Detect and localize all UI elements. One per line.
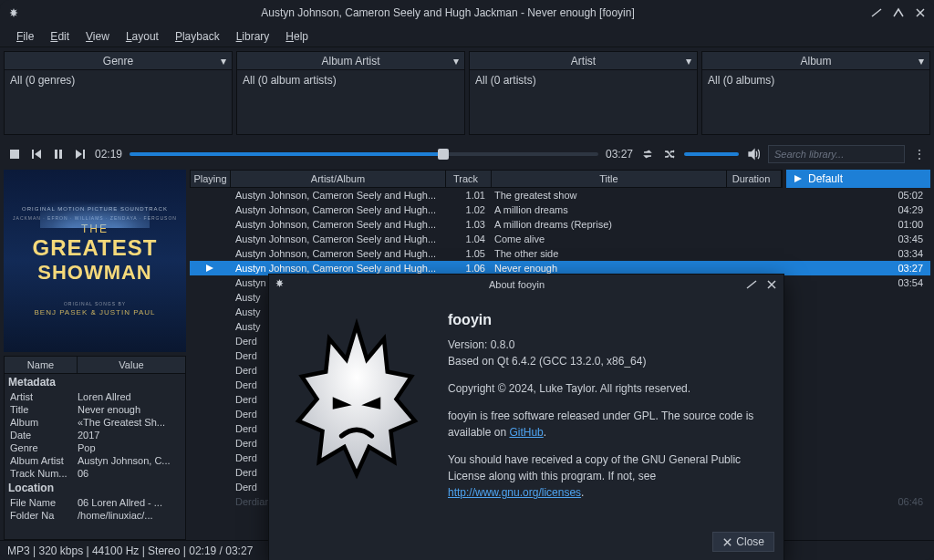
meta-header-value[interactable]: Value — [78, 357, 185, 373]
meta-key: Genre — [10, 442, 78, 453]
track-artist: Austyn Johnson, Cameron Seely and Hugh..… — [230, 233, 445, 244]
chevron-down-icon: ▾ — [686, 55, 691, 67]
chevron-down-icon: ▾ — [221, 55, 226, 67]
titlebar: Austyn Johnson, Cameron Seely and Hugh J… — [0, 0, 934, 26]
meta-row[interactable]: File Name06 Loren Allred - ... — [5, 496, 185, 509]
art-credits-label: ORIGINAL SONGS BY — [64, 301, 126, 306]
filter-label: Album Artist — [321, 55, 379, 67]
menu-view[interactable]: View — [78, 27, 117, 46]
menu-help[interactable]: Help — [278, 27, 316, 46]
maximize-button[interactable] — [892, 6, 905, 19]
track-artist: Austyn Johnson, Cameron Seely and Hugh..… — [230, 248, 445, 259]
close-label: Close — [736, 535, 764, 548]
col-artist[interactable]: Artist/Album — [231, 171, 446, 187]
about-gpl: fooyin is free software released under G… — [448, 408, 769, 441]
track-row[interactable]: Austyn Johnson, Cameron Seely and Hugh..… — [190, 188, 930, 202]
filter-label: Genre — [103, 55, 133, 67]
track-row[interactable]: Austyn Johnson, Cameron Seely and Hugh..… — [190, 202, 930, 217]
seek-bar[interactable] — [130, 152, 598, 156]
shuffle-button[interactable] — [662, 147, 677, 161]
track-row[interactable]: Austyn Johnson, Cameron Seely and Hugh..… — [190, 246, 930, 261]
about-minimize-button[interactable] — [745, 278, 758, 291]
track-duration: 05:02 — [876, 190, 930, 201]
menu-layout[interactable]: Layout — [119, 27, 166, 46]
menu-library[interactable]: Library — [229, 27, 277, 46]
next-button[interactable] — [73, 147, 88, 161]
github-link[interactable]: GitHub — [509, 426, 543, 439]
pause-button[interactable] — [51, 147, 66, 161]
svg-rect-0 — [10, 150, 19, 159]
meta-row[interactable]: Album ArtistAustyn Johnson, C... — [5, 454, 185, 467]
volume-icon[interactable] — [746, 147, 761, 161]
album-art: ORIGINAL MOTION PICTURE SOUNDTRACK JACKM… — [4, 170, 186, 352]
menu-edit[interactable]: Edit — [43, 27, 77, 46]
chevron-down-icon: ▾ — [918, 55, 924, 67]
meta-header-name[interactable]: Name — [5, 357, 78, 373]
track-title: A million dreams (Reprise) — [491, 219, 876, 230]
about-version: Version: 0.8.0 — [448, 337, 769, 353]
about-close-button[interactable]: Close — [712, 532, 774, 552]
track-number: 1.04 — [445, 233, 491, 244]
meta-value: Never enough — [78, 404, 180, 415]
about-close-x[interactable] — [765, 278, 778, 291]
track-number: 1.03 — [445, 219, 491, 230]
meta-value: 06 — [78, 468, 180, 479]
art-line2: SHOWMAN — [37, 261, 152, 285]
volume-slider[interactable] — [684, 152, 739, 156]
meta-row[interactable]: ArtistLoren Allred — [5, 390, 185, 403]
time-elapsed: 02:19 — [95, 148, 122, 161]
meta-value: «The Greatest Sh... — [78, 417, 180, 428]
stop-button[interactable] — [7, 147, 22, 161]
filter-album-artist[interactable]: Album Artist▾All (0 album artists) — [236, 51, 465, 135]
status-text: MP3 | 320 kbps | 44100 Hz | Stereo | 02:… — [7, 544, 253, 557]
filter-value[interactable]: All (0 albums) — [702, 70, 929, 134]
track-number: 1.06 — [445, 263, 491, 274]
meta-row[interactable]: TitleNever enough — [5, 403, 185, 416]
meta-key: Track Num... — [10, 468, 78, 479]
playlist-tab[interactable]: Default — [786, 170, 930, 188]
meta-row[interactable]: Folder Na/home/linuxiac/... — [5, 509, 185, 522]
minimize-button[interactable] — [870, 6, 883, 19]
art-credits: BENJ PASEK & JUSTIN PAUL — [34, 308, 155, 316]
track-duration: 03:54 — [876, 277, 930, 288]
track-title: The other side — [491, 248, 876, 259]
filter-album[interactable]: Album▾All (0 albums) — [701, 51, 930, 135]
repeat-button[interactable] — [640, 147, 655, 161]
track-duration: 03:34 — [876, 248, 930, 259]
menu-file[interactable]: File — [9, 27, 41, 46]
filter-genre[interactable]: Genre▾All (0 genres) — [4, 51, 233, 135]
track-duration: 03:27 — [876, 263, 930, 274]
filter-value[interactable]: All (0 album artists) — [237, 70, 464, 134]
meta-value: 06 Loren Allred - ... — [78, 497, 180, 508]
app-icon — [7, 6, 20, 19]
track-artist: Austyn Johnson, Cameron Seely and Hugh..… — [230, 190, 445, 201]
col-playing[interactable]: Playing — [191, 171, 231, 187]
filter-value[interactable]: All (0 artists) — [470, 70, 697, 134]
previous-button[interactable] — [29, 147, 44, 161]
meta-row[interactable]: GenrePop — [5, 441, 185, 454]
meta-row[interactable]: Track Num...06 — [5, 467, 185, 480]
search-input[interactable]: Search library... — [768, 145, 905, 163]
col-title[interactable]: Title — [492, 171, 727, 187]
art-subtitle: ORIGINAL MOTION PICTURE SOUNDTRACK — [22, 206, 168, 212]
filter-value[interactable]: All (0 genres) — [5, 70, 232, 134]
meta-key: Artist — [10, 391, 78, 402]
menu-playback[interactable]: Playback — [168, 27, 227, 46]
meta-key: Folder Na — [10, 510, 78, 521]
col-duration[interactable]: Duration — [727, 171, 782, 187]
meta-row[interactable]: Date2017 — [5, 429, 185, 441]
close-button[interactable] — [914, 6, 927, 19]
art-cast: JACKMAN · EFRON · WILLIAMS · ZENDAYA · F… — [13, 215, 177, 221]
col-track[interactable]: Track — [446, 171, 492, 187]
gnu-link[interactable]: http://www.gnu.org/licenses — [448, 486, 581, 499]
chevron-down-icon: ▾ — [453, 55, 459, 67]
meta-row[interactable]: Album«The Greatest Sh... — [5, 416, 185, 429]
track-row[interactable]: Austyn Johnson, Cameron Seely and Hugh..… — [190, 232, 930, 246]
meta-value: Austyn Johnson, C... — [78, 455, 180, 466]
track-title: The greatest show — [491, 190, 876, 201]
about-name: fooyin — [448, 309, 769, 331]
track-row[interactable]: Austyn Johnson, Cameron Seely and Hugh..… — [190, 217, 930, 232]
track-title: Come alive — [491, 233, 876, 244]
filter-artist[interactable]: Artist▾All (0 artists) — [469, 51, 698, 135]
more-button[interactable]: ⋮ — [912, 148, 927, 161]
